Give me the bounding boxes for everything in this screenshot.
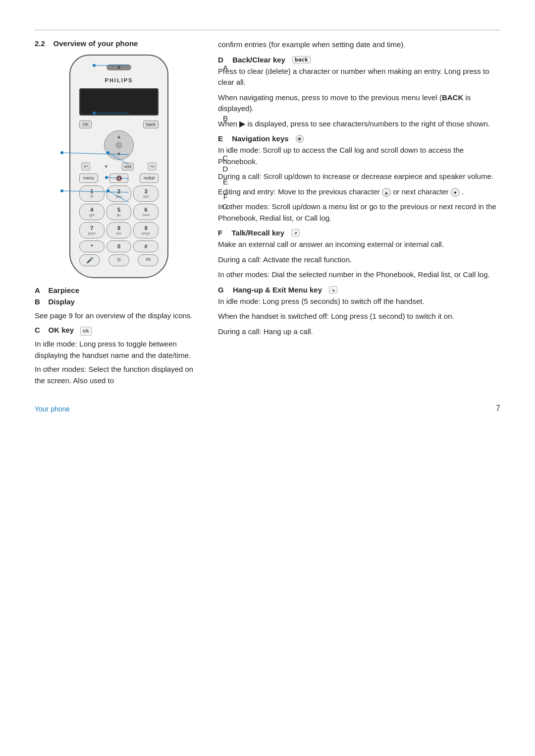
- back-button[interactable]: back: [143, 120, 159, 128]
- num-2[interactable]: 2abc: [107, 185, 132, 202]
- hangup-key-icon: ↘: [329, 286, 337, 293]
- exit-button[interactable]: exit: [122, 163, 134, 171]
- c-desc2: In other modes: Select the function disp…: [35, 364, 203, 386]
- num-5[interactable]: 5jkl: [107, 204, 132, 220]
- hangup-icon[interactable]: ↪: [148, 162, 157, 171]
- c-title: OK key: [49, 326, 74, 334]
- talk-key-icon: ↗: [291, 229, 300, 236]
- num-4[interactable]: 4ghi: [79, 204, 105, 220]
- phone-diagram: PHILIPS OK back ▲ ▼: [35, 55, 203, 278]
- a-title: Earpiece: [49, 286, 80, 294]
- mic-button[interactable]: 🎤: [79, 254, 100, 266]
- ok-key-icon: ok: [80, 327, 92, 336]
- f-header: F Talk/Recall key ↗: [218, 229, 500, 237]
- e-desc4: In other modes: Scroll up/down a menu li…: [218, 201, 500, 224]
- svg-point-5: [60, 151, 63, 154]
- num-3[interactable]: 3def: [133, 185, 159, 202]
- up-arrow-icon: ▲: [382, 188, 391, 197]
- num-7[interactable]: 7pqrs: [79, 222, 105, 238]
- b-title: Display: [49, 297, 75, 306]
- circle-button[interactable]: ⊙: [108, 254, 129, 266]
- g-desc1: In idle mode: Long press (5 seconds) to …: [218, 296, 500, 307]
- num-6[interactable]: 6mno: [133, 204, 159, 220]
- nav-cross: ▲ ▼: [104, 130, 134, 160]
- ok-button[interactable]: OK: [79, 120, 92, 128]
- g-header: G Hang-up & Exit Menu key ↘: [218, 286, 500, 294]
- redial-button[interactable]: redial: [140, 174, 159, 183]
- d-desc2: When navigating menus, press to move to …: [218, 92, 500, 115]
- philips-logo: PHILIPS: [79, 77, 159, 83]
- menu-button[interactable]: menu: [79, 174, 98, 183]
- g-desc3: During a call: Hang up a call.: [218, 326, 500, 338]
- back-key-icon: back: [292, 56, 311, 63]
- section-number: 2.2: [35, 39, 45, 48]
- num-0[interactable]: 0: [107, 240, 132, 252]
- mute-button[interactable]: 🔇: [109, 174, 128, 183]
- f-desc1: Make an external call or answer an incom…: [218, 239, 500, 250]
- nav-keys-icon: ⊕: [296, 135, 304, 143]
- footer-page-number: 7: [496, 404, 500, 413]
- c-desc1: In idle mode: Long press to toggle betwe…: [35, 339, 203, 361]
- svg-point-11: [60, 189, 63, 192]
- ab-desc: See page 9 for an overview of the displa…: [35, 310, 203, 322]
- f-desc3: In other modes: Dial the selected number…: [218, 269, 500, 281]
- g-desc2: When the handset is switched off: Long p…: [218, 311, 500, 322]
- f-desc2: During a call: Activate the recall funct…: [218, 254, 500, 266]
- e-header: E Navigation keys ⊕: [218, 134, 500, 143]
- d-header: D Back/Clear key back: [218, 56, 500, 64]
- confirm-text: confirm entries (for example when settin…: [218, 39, 500, 51]
- call-icon[interactable]: ↩: [81, 162, 90, 171]
- num-8[interactable]: 8tuv: [107, 222, 132, 238]
- down-arrow-icon: ▼: [451, 188, 460, 197]
- d-desc1: Press to clear (delete) a character or n…: [218, 66, 500, 88]
- num-1[interactable]: 1✉: [79, 185, 105, 202]
- e-desc2: During a call: Scroll up/down to increas…: [218, 171, 500, 182]
- section-title: Overview of your phone: [54, 39, 138, 48]
- e-desc1: In idle mode: Scroll up to access the Ca…: [218, 145, 500, 167]
- phone-screen: [79, 88, 159, 116]
- num-star[interactable]: *: [79, 240, 105, 252]
- e-desc3: Editing and entry: Move to the previous …: [218, 186, 500, 198]
- d-desc3: When ▶ is displayed, press to see charac…: [218, 118, 500, 130]
- int-button[interactable]: int: [138, 254, 159, 266]
- footer-left: Your phone: [35, 405, 70, 413]
- a-label: A: [35, 286, 40, 294]
- c-label: C: [35, 326, 40, 334]
- num-9[interactable]: 9wxyz: [133, 222, 159, 238]
- num-hash[interactable]: #: [133, 240, 159, 252]
- b-label: B: [35, 297, 40, 306]
